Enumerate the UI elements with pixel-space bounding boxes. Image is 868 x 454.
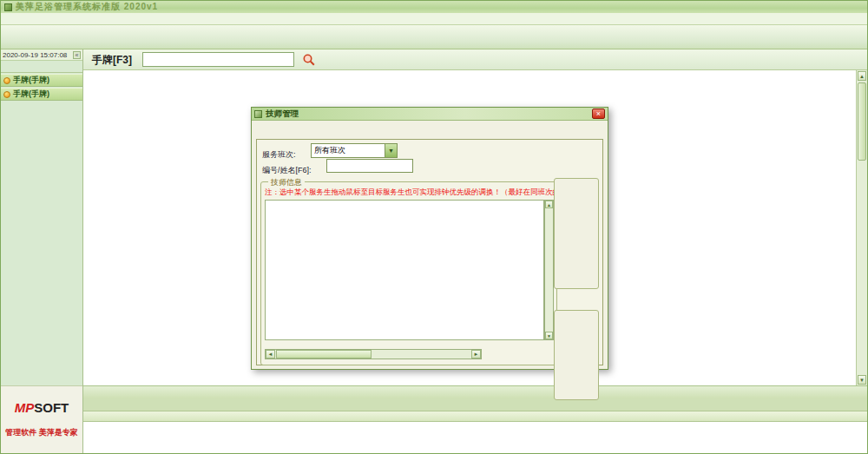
- table-hscrollbar[interactable]: ◄ ►: [265, 349, 482, 359]
- panel1-title: 手牌(手牌): [13, 75, 49, 86]
- window-title: 美萍足浴管理系统标准版 2020v1: [16, 1, 158, 13]
- dialog-title: 技师管理: [266, 109, 592, 120]
- scroll-up-icon[interactable]: ▲: [858, 71, 866, 81]
- app-window: 美萍足浴管理系统标准版 2020v1 2020-09-19 15:07:08 «…: [0, 0, 868, 454]
- hand-tag-search-input[interactable]: [142, 52, 294, 67]
- collapse-sidebar-button[interactable]: «: [73, 51, 81, 59]
- search-magnifier-icon[interactable]: [302, 53, 316, 67]
- menu-bar: [1, 13, 867, 25]
- shift-selected-value: 所有班次: [314, 146, 345, 155]
- shift-filter-row: 服务班次: 所有班次 ▼: [262, 145, 608, 161]
- scroll-right-icon[interactable]: ►: [471, 350, 481, 359]
- dialog-title-bar[interactable]: 技师管理 ×: [252, 108, 608, 121]
- scroll-thumb[interactable]: [276, 350, 372, 359]
- scroll-up-icon[interactable]: ▲: [545, 201, 553, 208]
- title-bar: 美萍足浴管理系统标准版 2020v1: [1, 1, 867, 13]
- consume-table-body: [83, 422, 867, 453]
- close-icon[interactable]: ×: [592, 109, 605, 119]
- panel2-title: 手牌(手牌): [13, 89, 49, 100]
- status-buttons-group: [554, 178, 599, 289]
- scroll-down-icon[interactable]: ▼: [858, 375, 866, 385]
- shift-label: 服务班次:: [262, 150, 296, 159]
- sidebar-panel1-header[interactable]: 手牌(手牌): [1, 74, 82, 87]
- datetime-text: 2020-09-19 15:07:08: [3, 51, 67, 59]
- toolbar: [1, 25, 867, 49]
- panel-bullet-icon: [3, 77, 10, 84]
- panel-bullet-icon: [3, 91, 10, 98]
- shift-select[interactable]: 所有班次 ▼: [311, 143, 398, 158]
- logo-tagline: 管理软件 美萍是专家: [1, 427, 82, 438]
- sidebar-panel2-header[interactable]: 手牌(手牌): [1, 88, 82, 101]
- scroll-thumb[interactable]: [858, 82, 866, 161]
- scroll-down-icon[interactable]: ▼: [545, 332, 553, 339]
- quick-action-bar: [83, 385, 867, 398]
- sidebar-tabs: [1, 61, 82, 73]
- technician-dialog: 技师管理 × 服务班次: 所有班次 ▼ 编号/姓名[F6]: 技师信息 注：选中…: [251, 107, 608, 370]
- top-strip: 手牌[F3]: [83, 49, 867, 70]
- mpsoft-logo: MPSOFT: [1, 400, 82, 415]
- name-label: 编号/姓名[F6]:: [262, 166, 312, 174]
- consume-table-header: [83, 411, 867, 422]
- name-filter-row: 编号/姓名[F6]:: [262, 161, 312, 176]
- dialog-icon: [254, 110, 262, 118]
- sidebar: 2020-09-19 15:07:08 « 手牌(手牌) 手牌(手牌) MPSO…: [1, 49, 83, 453]
- datetime-bar: 2020-09-19 15:07:08 «: [1, 49, 82, 61]
- dialog-tab-panel: 服务班次: 所有班次 ▼ 编号/姓名[F6]: 技师信息 注：选中某个服务生拖动…: [256, 139, 603, 365]
- logo-area: MPSOFT 管理软件 美萍是专家: [1, 385, 82, 453]
- scroll-left-icon[interactable]: ◄: [266, 350, 275, 359]
- technician-table: [265, 200, 544, 340]
- grid-scrollbar[interactable]: ▲ ▼: [856, 70, 867, 385]
- order-buttons-group: [554, 310, 599, 400]
- app-icon: [4, 3, 12, 11]
- chevron-down-icon[interactable]: ▼: [385, 144, 397, 157]
- name-input[interactable]: [326, 159, 413, 173]
- technician-info-group: 技师信息 注：选中某个服务生拖动鼠标至目标服务生也可实现排钟优先级的调换！（最好…: [260, 181, 557, 365]
- table-scrollbar[interactable]: ▲ ▼: [544, 200, 554, 340]
- drag-hint-note: 注：选中某个服务生拖动鼠标至目标服务生也可实现排钟优先级的调换！（最好在同班次的…: [265, 188, 554, 198]
- bottom-tabs: [83, 398, 867, 411]
- hand-tag-search-label: 手牌[F3]: [92, 53, 132, 68]
